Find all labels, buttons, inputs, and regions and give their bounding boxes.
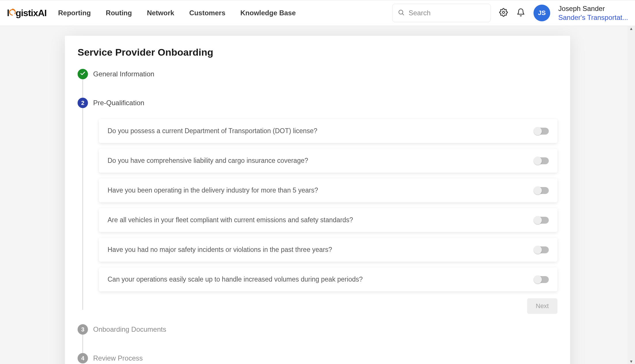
stepper: General Information 2 Pre-Qualification …: [78, 69, 557, 363]
nav-routing[interactable]: Routing: [106, 9, 132, 17]
step-pre-qualification[interactable]: 2 Pre-Qualification: [78, 98, 557, 108]
step-review-process[interactable]: 4 Review Process: [78, 353, 557, 363]
scrollbar[interactable]: ▲ ▼: [628, 26, 635, 364]
bell-icon: [516, 8, 525, 18]
svg-line-1: [403, 14, 404, 15]
user-info: Joseph Sander Sander's Transportat...: [558, 4, 628, 22]
search-icon: [398, 9, 405, 17]
step-label: General Information: [93, 70, 154, 78]
check-icon: [80, 71, 86, 78]
nav-customers[interactable]: Customers: [189, 9, 225, 17]
question-row: Do you possess a current Department of T…: [99, 119, 557, 143]
search-box[interactable]: [392, 4, 491, 22]
toggle-switch[interactable]: [534, 187, 549, 194]
question-row: Can your operations easily scale up to h…: [99, 267, 557, 291]
question-text: Do you possess a current Department of T…: [108, 127, 317, 135]
svg-point-2: [502, 11, 505, 14]
question-list: Do you possess a current Department of T…: [99, 119, 557, 291]
step-label: Review Process: [93, 354, 143, 362]
user-name: Joseph Sander: [558, 4, 628, 13]
toggle-switch[interactable]: [534, 128, 549, 135]
step-badge-pending: 4: [78, 353, 88, 363]
nav-network[interactable]: Network: [147, 9, 174, 17]
next-button[interactable]: Next: [527, 298, 557, 314]
top-nav: Reporting Routing Network Customers Know…: [58, 9, 296, 17]
header: l gistixAI Reporting Routing Network Cus…: [0, 0, 635, 26]
step-onboarding-documents[interactable]: 3 Onboarding Documents: [78, 324, 557, 335]
svg-point-0: [399, 10, 403, 14]
user-company-link[interactable]: Sander's Transportat...: [558, 13, 628, 22]
notifications-button[interactable]: [516, 8, 525, 18]
avatar[interactable]: JS: [533, 5, 550, 21]
question-row: Do you have comprehensive liability and …: [99, 149, 557, 173]
step-badge-done: [78, 69, 88, 79]
gear-icon: [499, 8, 508, 18]
nav-knowledge-base[interactable]: Knowledge Base: [241, 9, 296, 17]
step-badge-pending: 3: [78, 324, 88, 335]
header-right: JS Joseph Sander Sander's Transportat...: [392, 4, 628, 22]
toggle-switch[interactable]: [534, 217, 549, 224]
question-text: Can your operations easily scale up to h…: [108, 276, 363, 283]
step-general-information[interactable]: General Information: [78, 69, 557, 79]
onboarding-card: Service Provider Onboarding General Info…: [65, 36, 570, 364]
nav-reporting[interactable]: Reporting: [58, 9, 91, 17]
settings-button[interactable]: [499, 8, 508, 18]
toggle-switch[interactable]: [534, 276, 549, 283]
step-badge-active: 2: [78, 98, 88, 108]
page-title: Service Provider Onboarding: [78, 47, 557, 58]
search-input[interactable]: [409, 9, 485, 17]
toggle-switch[interactable]: [534, 246, 549, 253]
scroll-down-icon[interactable]: ▼: [629, 359, 633, 363]
question-text: Do you have comprehensive liability and …: [108, 157, 308, 165]
logo-swirl-icon: [8, 8, 16, 18]
logo-post: gistixAI: [16, 8, 47, 18]
question-row: Are all vehicles in your fleet compliant…: [99, 208, 557, 232]
question-row: Have you been operating in the delivery …: [99, 178, 557, 202]
question-row: Have you had no major safety incidents o…: [99, 238, 557, 262]
scroll-up-icon[interactable]: ▲: [629, 27, 633, 31]
step-label: Pre-Qualification: [93, 99, 144, 107]
question-text: Have you been operating in the delivery …: [108, 186, 318, 194]
step-label: Onboarding Documents: [93, 325, 166, 333]
question-text: Have you had no major safety incidents o…: [108, 246, 332, 254]
toggle-switch[interactable]: [534, 157, 549, 164]
question-text: Are all vehicles in your fleet compliant…: [108, 216, 353, 224]
logo[interactable]: l gistixAI: [7, 8, 46, 18]
page-body: Service Provider Onboarding General Info…: [0, 26, 635, 364]
next-row: Next: [99, 298, 557, 314]
